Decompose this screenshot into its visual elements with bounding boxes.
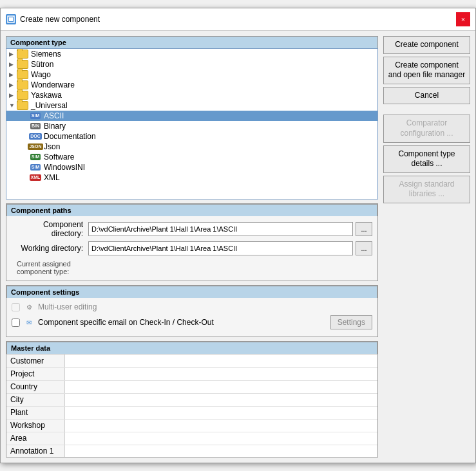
svg-rect-1 — [9, 17, 13, 21]
master-data-section: Master data CustomerProjectCountryCityPl… — [6, 341, 378, 457]
file-icon: DOC — [30, 132, 41, 141]
file-icon: SIM — [30, 152, 41, 162]
master-field-label: Customer — [6, 355, 64, 367]
master-field-value[interactable] — [64, 380, 377, 393]
tree-item-label: XML — [44, 173, 60, 182]
chevron-down-icon: ▼ — [9, 102, 17, 109]
close-button[interactable]: × — [456, 12, 470, 26]
chevron-right-icon: ▶ — [9, 61, 17, 68]
main-window: Create new component × Component type ▶ … — [0, 8, 476, 463]
window-icon — [6, 14, 16, 24]
component-settings-header: Component settings — [6, 286, 377, 298]
master-field-label: Plant — [6, 406, 64, 419]
master-field-value[interactable] — [64, 393, 377, 406]
table-row[interactable]: Workshop — [6, 419, 377, 432]
cancel-button[interactable]: Cancel — [383, 87, 470, 105]
settings-button[interactable]: Settings — [330, 315, 372, 329]
component-dir-input[interactable] — [88, 222, 353, 236]
component-paths-body: Component directory: ... Working directo… — [6, 216, 377, 281]
component-type-header: Component type — [6, 36, 378, 48]
current-type-label: Current assigned component type: — [17, 259, 372, 277]
component-type-section: Component type ▶ Siemens ▶ Sütron — [6, 36, 378, 199]
tree-item-label: Binary — [44, 122, 66, 131]
tree-item-windowsini[interactable]: SIM WindowsINI — [6, 162, 377, 172]
component-dir-label: Component directory: — [12, 220, 86, 238]
working-dir-label: Working directory: — [12, 244, 86, 253]
comparator-config-button[interactable]: Comparator configuration ... — [383, 115, 470, 142]
master-field-label: Project — [6, 367, 64, 380]
component-dir-browse-button[interactable]: ... — [356, 222, 372, 236]
create-component-button[interactable]: Create component — [383, 36, 470, 54]
chevron-right-icon: ▶ — [9, 51, 17, 57]
tree-item-label: WindowsINI — [44, 163, 85, 172]
table-row[interactable]: Project — [6, 367, 377, 380]
tree-item-binary[interactable]: BIN Binary — [6, 121, 377, 131]
table-row[interactable]: Customer — [6, 355, 377, 367]
folder-icon — [17, 101, 28, 110]
email-icon: ✉ — [24, 317, 34, 328]
tree-item-software[interactable]: SIM Software — [6, 152, 377, 162]
tree-item-label: Siemens — [31, 50, 61, 59]
working-dir-browse-button[interactable]: ... — [356, 241, 372, 255]
multi-user-icon: ⚙ — [24, 302, 34, 312]
component-type-tree[interactable]: ▶ Siemens ▶ Sütron ▶ Wago — [6, 48, 378, 199]
chevron-right-icon: ▶ — [9, 82, 17, 88]
table-row[interactable]: Plant — [6, 406, 377, 419]
file-icon: XML — [30, 173, 41, 182]
chevron-right-icon: ▶ — [9, 92, 17, 98]
tree-item-universal[interactable]: ▼ _Universal — [6, 100, 377, 111]
email-checkbox[interactable] — [12, 319, 20, 327]
create-component-open-button[interactable]: Create component and open file manager — [383, 57, 470, 84]
right-panel: Create component Create component and op… — [383, 36, 470, 457]
component-settings-body: ⚙ Multi-user editing ✉ Component specifi… — [6, 298, 377, 337]
table-row[interactable]: Annotation 1 — [6, 445, 377, 457]
master-field-label: Annotation 1 — [6, 445, 64, 457]
tree-item-siemens[interactable]: ▶ Siemens — [6, 49, 377, 59]
master-field-value[interactable] — [64, 432, 377, 445]
tree-item-yaskawa[interactable]: ▶ Yaskawa — [6, 90, 377, 100]
file-icon: SIM — [30, 111, 41, 120]
file-icon: JSON — [30, 142, 41, 151]
master-data-table-container[interactable]: CustomerProjectCountryCityPlantWorkshopA… — [6, 354, 377, 457]
component-type-details-button[interactable]: Component type details ... — [383, 145, 470, 173]
tree-item-label: Documentation — [44, 132, 96, 141]
assign-standard-libraries-button[interactable]: Assign standard libraries ... — [383, 176, 470, 203]
table-row[interactable]: City — [6, 393, 377, 406]
tree-item-xml[interactable]: XML XML — [6, 172, 377, 183]
file-icon: BIN — [30, 122, 41, 131]
component-dir-row: Component directory: ... — [12, 220, 372, 238]
component-settings-section: Component settings ⚙ Multi-user editing … — [6, 285, 378, 337]
tree-item-label: Sütron — [31, 60, 53, 69]
master-field-label: City — [6, 393, 64, 406]
master-data-header: Master data — [6, 342, 377, 354]
master-field-value[interactable] — [64, 406, 377, 419]
tree-item-documentation[interactable]: DOC Documentation — [6, 131, 377, 142]
master-field-value[interactable] — [64, 355, 377, 367]
table-row[interactable]: Area — [6, 432, 377, 445]
tree-item-wonderware[interactable]: ▶ Wonderware — [6, 80, 377, 90]
master-field-value[interactable] — [64, 367, 377, 380]
working-dir-row: Working directory: ... — [12, 241, 372, 255]
multi-user-checkbox[interactable] — [12, 303, 20, 311]
multi-user-row: ⚙ Multi-user editing — [12, 302, 372, 312]
master-data-table: CustomerProjectCountryCityPlantWorkshopA… — [6, 355, 377, 457]
tree-item-wago[interactable]: ▶ Wago — [6, 69, 377, 80]
master-field-label: Area — [6, 432, 64, 445]
master-field-label: Workshop — [6, 419, 64, 432]
master-field-value[interactable] — [64, 419, 377, 432]
tree-item-label: _Universal — [31, 101, 68, 110]
tree-item-label: ASCII — [44, 111, 64, 120]
tree-item-ascii[interactable]: SIM ASCII — [6, 111, 377, 121]
spacer — [383, 107, 470, 112]
folder-icon — [17, 91, 28, 100]
email-label: Component specific email on Check-In / C… — [38, 318, 214, 327]
component-paths-section: Component paths Component directory: ...… — [6, 203, 378, 281]
tree-item-json[interactable]: JSON Json — [6, 142, 377, 152]
multi-user-label: Multi-user editing — [38, 302, 97, 311]
tree-item-sutron[interactable]: ▶ Sütron — [6, 59, 377, 69]
working-dir-input[interactable] — [88, 241, 353, 255]
table-row[interactable]: Country — [6, 380, 377, 393]
window-body: Component type ▶ Siemens ▶ Sütron — [1, 31, 475, 463]
folder-icon — [17, 70, 28, 79]
master-field-value[interactable] — [64, 445, 377, 457]
